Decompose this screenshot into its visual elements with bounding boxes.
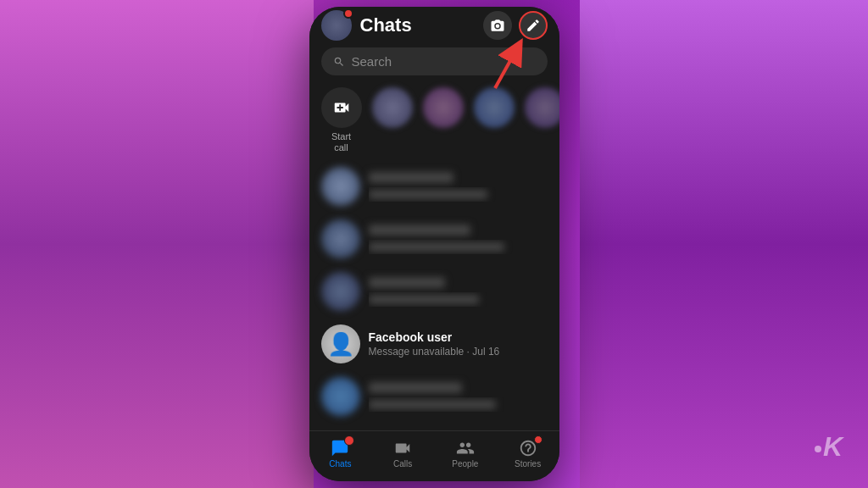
nav-item-calls[interactable]: Calls	[371, 439, 434, 474]
chat-info	[369, 382, 548, 412]
nav-item-people[interactable]: People	[434, 439, 497, 474]
chat-avatar	[321, 272, 360, 311]
bottom-nav: Chats Calls People	[309, 430, 559, 481]
video-call-icon	[393, 439, 412, 458]
compose-button[interactable]	[519, 11, 548, 40]
story-avatar-2	[423, 87, 464, 128]
user-avatar[interactable]	[321, 10, 352, 41]
nav-label-people: People	[452, 459, 478, 469]
chat-info	[369, 172, 548, 202]
chat-item[interactable]	[309, 213, 559, 265]
chat-info	[369, 277, 548, 307]
header-icons	[483, 11, 548, 40]
page-title: Chats	[360, 14, 483, 36]
chat-item[interactable]	[309, 160, 559, 213]
background-left	[0, 0, 314, 488]
stories-nav-badge	[534, 435, 542, 444]
chat-item-facebook-user[interactable]: 👤 Facebook user Message unavailable · Ju…	[309, 318, 559, 370]
watermark: K	[815, 431, 843, 463]
chat-name	[369, 277, 548, 291]
camera-icon	[490, 18, 505, 33]
phone-frame: Chats Search	[309, 7, 559, 481]
video-add-icon	[332, 98, 351, 117]
stories-nav-icon	[519, 439, 537, 458]
chat-avatar-facebook: 👤	[321, 324, 360, 363]
story-item-3[interactable]	[474, 87, 515, 128]
chat-preview-facebook: Message unavailable · Jul 16	[369, 346, 548, 358]
chat-preview	[369, 292, 548, 307]
people-icon	[456, 439, 475, 458]
nav-label-chats: Chats	[329, 459, 351, 469]
calls-nav-icon	[393, 439, 412, 458]
nav-item-chats[interactable]: Chats	[309, 439, 372, 474]
chat-name	[369, 172, 548, 186]
camera-button[interactable]	[483, 11, 512, 40]
start-call-avatar	[321, 87, 362, 128]
chat-list: 👤 Facebook user Message unavailable · Ju…	[309, 160, 559, 430]
chat-avatar	[321, 377, 360, 416]
story-avatar-3	[474, 87, 515, 128]
chat-item[interactable]	[309, 265, 559, 318]
chat-avatar	[321, 167, 360, 206]
chat-name	[369, 382, 548, 396]
chat-preview	[369, 187, 548, 202]
background-right	[580, 0, 868, 488]
story-item-2[interactable]	[423, 87, 464, 128]
start-call-item[interactable]: Startcall	[321, 87, 362, 153]
chat-name	[369, 225, 548, 238]
search-placeholder: Search	[352, 54, 392, 69]
chat-preview	[369, 397, 548, 412]
start-call-label: Startcall	[331, 131, 351, 153]
story-avatar-4	[525, 87, 559, 128]
story-item-1[interactable]	[372, 87, 413, 128]
chat-name-facebook: Facebook user	[369, 330, 548, 344]
story-item-4[interactable]	[525, 87, 559, 128]
people-nav-icon	[456, 439, 475, 458]
stories-row: Startcall	[309, 84, 559, 160]
chat-info	[369, 225, 548, 254]
nav-label-stories: Stories	[515, 459, 541, 469]
main-content: Chats Search	[309, 7, 559, 430]
chat-avatar	[321, 219, 360, 258]
header: Chats	[309, 7, 559, 47]
compose-icon	[526, 18, 541, 33]
chat-item[interactable]	[309, 370, 559, 423]
chats-nav-badge	[344, 435, 354, 446]
chat-preview	[369, 240, 548, 254]
nav-label-calls: Calls	[393, 459, 412, 469]
nav-item-stories[interactable]: Stories	[497, 439, 559, 474]
chat-info: Facebook user Message unavailable · Jul …	[369, 330, 548, 358]
notification-badge	[343, 8, 353, 19]
story-avatar-1	[372, 87, 413, 128]
search-bar[interactable]: Search	[321, 47, 548, 75]
chats-nav-icon	[331, 439, 349, 458]
search-icon	[333, 56, 345, 68]
